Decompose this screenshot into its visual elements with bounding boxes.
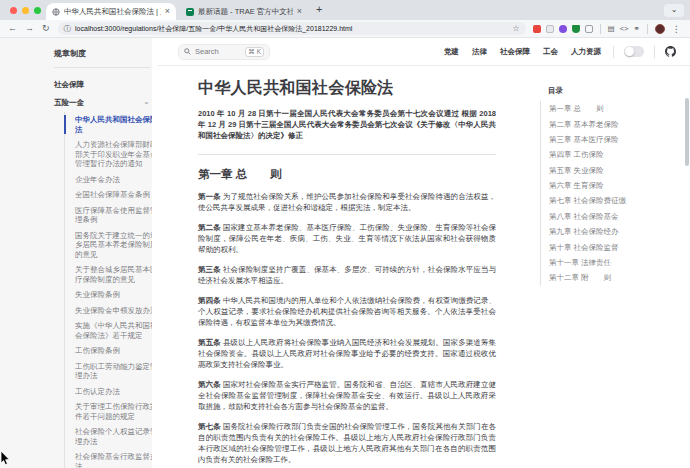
extension-red-icon[interactable] — [533, 25, 541, 33]
sidebar-item[interactable]: 失业保险条例 — [75, 287, 158, 303]
article-paragraph: 第二条 国家建立基本养老保险、基本医疗保险、工伤保险、失业保险、生育保险等社会保… — [198, 222, 496, 255]
sidebar-item[interactable]: 失业保险金申领发放办法 — [75, 303, 158, 319]
sidepanel-icon[interactable]: ▤ — [608, 25, 615, 33]
sidebar-item[interactable]: 社会保险基金行政监督办法 — [75, 449, 158, 468]
site-navbar: Search ⌘ K 党建法律社会保障工会人力资源 — [158, 38, 690, 66]
browser-tab-inactive[interactable]: 最新话题 - TRAE 官方中文社区 × — [180, 3, 308, 20]
navbar-divider — [654, 46, 655, 58]
content-row: 中华人民共和国社会保险法 2010 年 10 月 28 日第十一届全国人民代表大… — [158, 66, 690, 468]
nav-link[interactable]: 党建 — [444, 47, 459, 57]
article-paragraph: 第一条 为了规范社会保险关系，维护公民参加社会保险和享受社会保险待遇的合法权益，… — [198, 191, 496, 213]
toc-item[interactable]: 第七章 社会保险费征缴 — [549, 193, 690, 208]
article-title: 中华人民共和国社会保险法 — [198, 78, 496, 99]
article-clause-label: 第三条 — [198, 265, 221, 274]
tab-title: 中华人民共和国社会保险法 | 五 — [64, 7, 161, 17]
browser-menu-icon[interactable]: ⋮ — [672, 24, 681, 34]
new-tab-button[interactable]: + — [316, 3, 322, 15]
toc-item[interactable]: 第六章 生育保险 — [549, 178, 690, 193]
toolbar-divider — [647, 24, 648, 34]
zoom-window-button[interactable] — [34, 7, 41, 14]
sidebar-item[interactable]: 医疗保障基金使用监督管理条例 — [75, 203, 158, 228]
extension-purple-icon[interactable] — [559, 25, 567, 33]
toc-item[interactable]: 第一章 总 则 — [549, 101, 690, 116]
sidebar-item[interactable]: 企业年金办法 — [75, 172, 158, 188]
mouse-cursor — [0, 451, 11, 466]
article-clause-label: 第五条 — [198, 338, 221, 347]
devtools-icon[interactable]: <> — [620, 25, 629, 33]
browser-window: 中华人民共和国社会保险法 | 五 × 最新话题 - TRAE 官方中文社区 × … — [0, 0, 690, 468]
reload-button[interactable]: ↻ — [42, 24, 50, 33]
minimize-window-button[interactable] — [22, 7, 29, 14]
address-bar[interactable]: ⓘ localhost:3000/regulations/社会保障/五险一金/中… — [58, 22, 526, 35]
password-keys-icon[interactable]: ⚭ — [633, 25, 639, 33]
profile-avatar[interactable] — [655, 24, 665, 34]
nav-link[interactable]: 工会 — [543, 47, 558, 57]
navbar-divider — [613, 46, 614, 58]
article-clause-label: 第六条 — [198, 380, 221, 389]
tab-search-button[interactable]: ⌄ — [664, 4, 684, 17]
sidebar-section-label: 社会保障 — [54, 76, 158, 96]
toggle-knob — [625, 47, 634, 56]
sidebar-item[interactable]: 实施《中华人民共和国社会保险法》若干规定 — [75, 318, 158, 343]
sidebar-item[interactable]: 工伤保险条例 — [75, 343, 158, 359]
tab-close-icon[interactable]: × — [297, 7, 302, 16]
page-scrollbar-thumb[interactable] — [685, 98, 689, 166]
sidebar-group-wuxianyijin[interactable]: 五险一金 › — [54, 96, 158, 112]
extension-document-icon[interactable] — [546, 25, 554, 33]
browser-tab-active[interactable]: 中华人民共和国社会保险法 | 五 × — [46, 3, 176, 20]
search-shortcut-badge: ⌘ K — [245, 47, 264, 57]
github-icon[interactable] — [665, 46, 676, 57]
search-placeholder: Search — [195, 47, 241, 56]
article-paragraph: 第六条 国家对社会保险基金实行严格监管。国务院和省、自治区、直辖市人民政府建立健… — [198, 379, 496, 412]
toc-item[interactable]: 第四章 工伤保险 — [549, 147, 690, 162]
search-icon — [184, 48, 191, 55]
trae-favicon-icon — [186, 8, 194, 16]
toc-item[interactable]: 第十一章 法律责任 — [549, 255, 690, 270]
tab-strip: 中华人民共和国社会保险法 | 五 × 最新话题 - TRAE 官方中文社区 × … — [0, 0, 690, 20]
article-divider — [198, 154, 496, 155]
sidebar-item-active[interactable]: 中华人民共和国社会保险法 — [75, 112, 158, 137]
toc-item[interactable]: 第三章 基本医疗保险 — [549, 132, 690, 147]
sidebar-item[interactable]: 工伤职工劳动能力鉴定管理办法 — [75, 359, 158, 384]
toc-list: 第一章 总 则第二章 基本养老保险第三章 基本医疗保险第四章 工伤保险第五章 失… — [540, 101, 690, 286]
chapter-heading: 第一章 总 则 — [198, 167, 496, 182]
sidebar-divider — [54, 67, 150, 68]
toc-item[interactable]: 第九章 社会保险经办 — [549, 224, 690, 239]
sidebar-item[interactable]: 全国社会保障基金条例 — [75, 187, 158, 203]
sidebar-item[interactable]: 工伤认定办法 — [75, 384, 158, 400]
sidebar-item[interactable]: 国务院关于建立统一的城乡居民基本养老保险制度的意见 — [75, 228, 158, 263]
main-area: Search ⌘ K 党建法律社会保障工会人力资源 中华人民共和国社会保险法 2… — [158, 38, 690, 468]
nav-link[interactable]: 人力资源 — [571, 47, 601, 57]
extensions-row: ▤ <> ⚭ ⋮ — [533, 24, 685, 34]
sidebar-item[interactable]: 关于整合城乡居民基本医疗保险制度的意见 — [75, 262, 158, 287]
nav-link[interactable]: 社会保障 — [500, 47, 530, 57]
article-paragraph: 第七条 国务院社会保险行政部门负责全国的社会保险管理工作，国务院其他有关部门在各… — [198, 421, 496, 465]
extension-outline-icon[interactable] — [585, 25, 593, 33]
sidebar-item[interactable]: 人力资源社会保障部财政部关于印发职业年金基金管理暂行办法的通知 — [75, 137, 158, 172]
article-paragraph: 第五条 县级以上人民政府将社会保险事业纳入国民经济和社会发展规划。国家多渠道筹集… — [198, 337, 496, 370]
sidebar-item-list: 中华人民共和国社会保险法人力资源社会保障部财政部关于印发职业年金基金管理暂行办法… — [64, 112, 158, 468]
toc-item[interactable]: 第十二章 附 则 — [549, 270, 690, 285]
toc-item[interactable]: 第五章 失业保险 — [549, 163, 690, 178]
sidebar-group-label: 五险一金 — [54, 98, 84, 108]
theme-toggle[interactable] — [624, 46, 644, 57]
toc-item[interactable]: 第二章 基本养老保险 — [549, 116, 690, 131]
toc-item[interactable]: 第十章 社会保险监督 — [549, 239, 690, 254]
article-clause-label: 第四条 — [198, 296, 221, 305]
toc-item[interactable]: 第八章 社会保险基金 — [549, 209, 690, 224]
chevron-down-icon: › — [143, 102, 151, 105]
article-clause-label: 第一条 — [198, 192, 221, 201]
url-text[interactable]: localhost:3000/regulations/社会保障/五险一金/中华人… — [75, 24, 508, 34]
back-button[interactable]: ← — [8, 24, 17, 33]
close-window-button[interactable] — [10, 7, 17, 14]
tab-close-icon[interactable]: × — [165, 7, 170, 16]
sidebar-item[interactable]: 关于审理工伤保险行政案件若干问题的规定 — [75, 399, 158, 424]
search-input[interactable]: Search ⌘ K — [178, 44, 270, 60]
extension-shield-icon[interactable] — [572, 25, 580, 33]
site-info-icon[interactable]: ⓘ — [64, 25, 72, 33]
forward-button[interactable]: → — [25, 24, 34, 33]
nav-link[interactable]: 法律 — [472, 47, 487, 57]
sidebar: 规章制度 社会保障 五险一金 › 中华人民共和国社会保险法人力资源社会保障部财政… — [0, 38, 158, 468]
sidebar-item[interactable]: 社会保险个人权益记录管理办法 — [75, 424, 158, 449]
bookmark-star-icon[interactable]: ☆ — [512, 25, 519, 33]
